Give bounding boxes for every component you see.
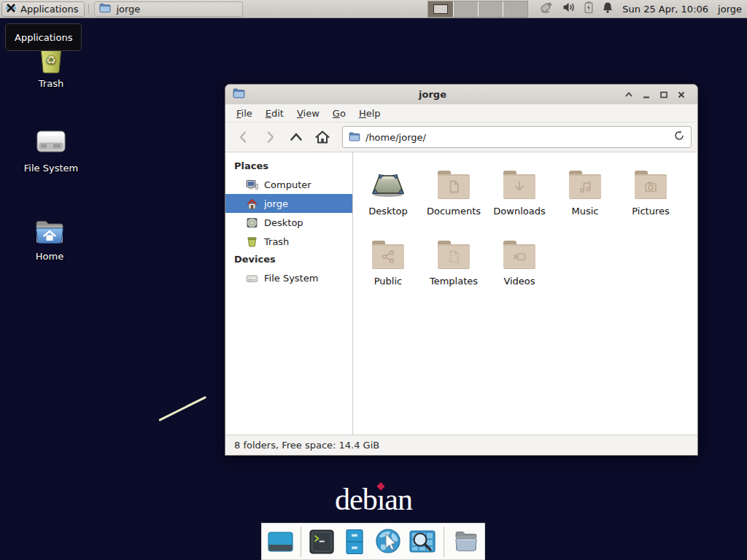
directory-menu-launcher[interactable] — [451, 527, 480, 556]
show-desktop-button[interactable] — [266, 527, 294, 556]
back-button[interactable] — [231, 126, 256, 148]
minimize-button[interactable] — [638, 88, 655, 102]
path-folder-icon — [349, 131, 360, 144]
folder-icon-downloads — [503, 171, 536, 200]
stray-line-artifact — [158, 396, 206, 421]
workspace-3[interactable] — [478, 1, 503, 17]
applications-icon — [5, 2, 17, 16]
taskbar-window-label: jorge — [116, 4, 140, 15]
folder-item-documents[interactable]: Documents — [421, 165, 487, 235]
menu-edit[interactable]: Edit — [259, 106, 290, 121]
forward-button[interactable] — [258, 126, 282, 148]
sidebar-item-jorge[interactable]: jorge — [225, 194, 352, 213]
workspace-switcher — [427, 1, 528, 18]
sidebar-item-file-system[interactable]: File System — [225, 268, 352, 287]
folder-item-desktop[interactable]: Desktop — [355, 165, 421, 235]
sidebar-item-trash[interactable]: Trash — [225, 232, 352, 251]
panel-clock[interactable]: Sun 25 Apr, 10:06 — [622, 4, 708, 15]
home-icon — [246, 198, 258, 210]
sidebar-item-computer[interactable]: Computer — [225, 175, 352, 194]
close-button[interactable] — [673, 88, 690, 102]
toolbar: /home/jorge/ — [225, 122, 697, 152]
notifications-bell-icon[interactable] — [602, 1, 614, 17]
file-manager-launcher[interactable] — [341, 527, 368, 556]
network-icon[interactable] — [538, 0, 554, 18]
taskbar-folder-icon — [99, 3, 111, 15]
desktop-icon-home[interactable]: Home — [15, 217, 85, 262]
folder-item-public[interactable]: Public — [355, 235, 421, 305]
drive-icon — [34, 125, 69, 159]
folder-label: Videos — [503, 276, 535, 287]
workspace-4[interactable] — [503, 1, 527, 17]
desktop-icon-label: Trash — [39, 78, 63, 89]
menu-go[interactable]: Go — [326, 106, 352, 121]
devices-header: Devices — [225, 251, 352, 268]
desktop-special-icon — [370, 171, 406, 200]
application-finder-launcher[interactable] — [408, 527, 437, 556]
folder-view: Desktop Documents — [353, 152, 697, 435]
folder-label: Public — [374, 276, 402, 287]
file-manager-window: jorge File Edit View Go Help — [225, 84, 698, 456]
workspace-1[interactable] — [428, 1, 452, 17]
folder-item-templates[interactable]: Templates — [421, 235, 487, 305]
sidebar-item-desktop[interactable]: Desktop — [225, 213, 352, 232]
show-desktop-icon — [266, 528, 294, 556]
path-input[interactable]: /home/jorge/ — [365, 132, 668, 143]
shade-button[interactable] — [620, 88, 638, 102]
svg-text:♻: ♻ — [46, 53, 56, 67]
dock-separator — [444, 526, 444, 557]
sidebar-item-label: jorge — [264, 198, 288, 209]
terminal-icon — [308, 528, 336, 556]
folder-icon-videos — [503, 241, 536, 270]
trash-mini-icon — [246, 236, 258, 248]
window-titlebar[interactable]: jorge — [225, 85, 697, 104]
reload-icon[interactable] — [673, 130, 685, 144]
folder-label: Music — [572, 206, 599, 217]
applications-tooltip: Applications — [5, 23, 82, 51]
directory-folder-icon — [451, 527, 480, 556]
folder-icon-public — [371, 241, 405, 270]
top-panel: Applications jorge — [0, 0, 747, 18]
folder-icon-pictures — [634, 171, 667, 200]
folder-label: Pictures — [632, 206, 669, 217]
folder-item-music[interactable]: Music — [552, 165, 618, 235]
sidebar-item-label: Computer — [264, 179, 311, 190]
panel-grip[interactable] — [88, 4, 91, 14]
folder-item-pictures[interactable]: Pictures — [618, 165, 684, 235]
home-button[interactable] — [310, 126, 335, 148]
window-folder-icon — [233, 88, 245, 101]
panel-username[interactable]: jorge — [718, 4, 742, 15]
menu-file[interactable]: File — [230, 106, 259, 121]
web-browser-globe-icon — [374, 527, 403, 556]
workspace-window-thumb — [433, 4, 448, 14]
folder-item-videos[interactable]: Videos — [487, 235, 552, 305]
web-browser-launcher[interactable] — [374, 527, 403, 556]
sidebar: Places Computer jorge — [225, 152, 353, 435]
workspace-2[interactable] — [453, 1, 478, 17]
sidebar-item-label: Desktop — [264, 217, 303, 228]
folder-item-downloads[interactable]: Downloads — [487, 165, 552, 235]
menu-help[interactable]: Help — [352, 106, 387, 121]
desktop-icon-file-system[interactable]: File System — [16, 125, 86, 174]
taskbar-window-button[interactable]: jorge — [94, 1, 243, 17]
applications-label: Applications — [20, 4, 78, 15]
volume-icon[interactable] — [562, 1, 576, 16]
bottom-dock — [261, 523, 485, 560]
applications-menu-button[interactable]: Applications — [1, 1, 85, 17]
sidebar-item-label: File System — [264, 273, 318, 284]
menu-view[interactable]: View — [290, 106, 326, 121]
up-button[interactable] — [284, 126, 309, 148]
battery-icon[interactable] — [584, 1, 594, 17]
path-bar[interactable]: /home/jorge/ — [342, 126, 692, 148]
dock-separator — [301, 526, 301, 557]
sidebar-item-label: Trash — [264, 236, 289, 247]
window-content: Places Computer jorge — [225, 152, 697, 435]
folder-label: Desktop — [368, 206, 408, 217]
maximize-button[interactable] — [655, 88, 673, 102]
folder-label: Templates — [430, 276, 478, 287]
folder-label: Downloads — [493, 206, 545, 217]
system-tray — [538, 0, 614, 18]
terminal-launcher[interactable] — [308, 527, 336, 556]
home-folder-icon — [33, 217, 66, 247]
app-finder-icon — [408, 527, 437, 556]
